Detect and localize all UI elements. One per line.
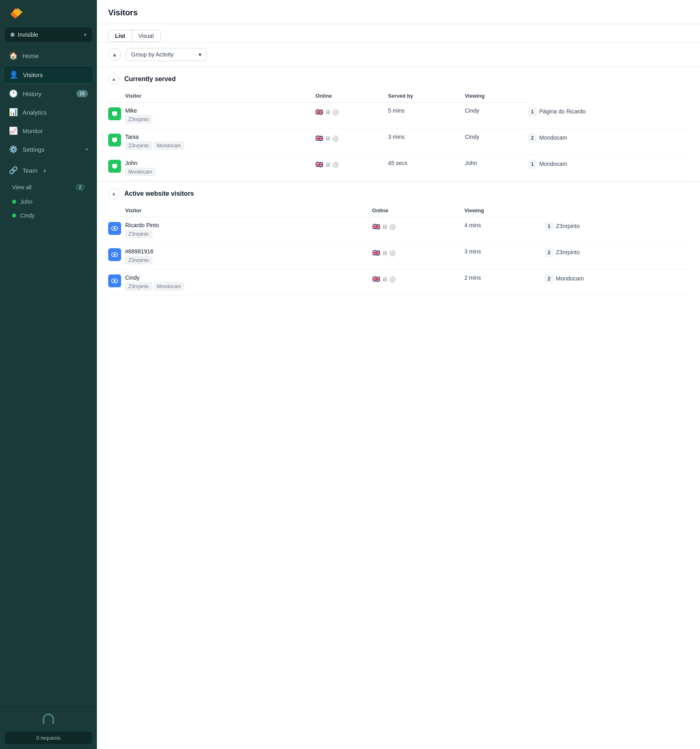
- visitor-flags: 🇬🇧🖥⚪: [372, 222, 460, 230]
- view-count-badge: 2: [545, 248, 553, 257]
- visitor-tag: Z3nrpinto: [125, 142, 152, 150]
- col-viewing: Viewing: [465, 90, 528, 103]
- status-circle: ⚪: [332, 109, 339, 115]
- col-served-by: Served by: [388, 90, 465, 103]
- nav-label: History: [23, 90, 71, 97]
- sidebar-item-home[interactable]: 🏠Home: [3, 47, 94, 65]
- visitor-icon: [108, 160, 121, 173]
- table-row: #68981916Z3nrpinto🇬🇧🖥⚪3 mins2Z3nrpinto: [108, 243, 689, 270]
- chevron-down-icon: ▾: [86, 146, 88, 152]
- visitor-flags: 🇬🇧🖥⚪: [372, 274, 460, 283]
- tab-list[interactable]: List: [108, 30, 132, 42]
- status-circle: ⚪: [389, 250, 396, 256]
- visitor-tag: Mondocam: [154, 142, 184, 150]
- logo: [0, 0, 97, 27]
- col-viewing: Viewing: [464, 204, 545, 217]
- section-title: Currently served: [124, 75, 176, 83]
- sidebar-item-settings[interactable]: ⚙️Settings▾: [3, 140, 94, 158]
- svg-point-10: [114, 280, 116, 282]
- viewing: 2Mondocam: [545, 270, 689, 296]
- served-by: Cindy: [465, 129, 528, 155]
- monitor-icon: 📈: [9, 126, 18, 135]
- viewing: 1Z3nrpinto: [545, 217, 689, 243]
- visitor-name: Ricardo Pinto: [125, 222, 159, 228]
- svg-point-8: [114, 254, 116, 256]
- visitor-name: Cindy: [125, 274, 184, 281]
- viewing: 2Mondocam: [528, 129, 689, 155]
- col-visitor: Visitor: [108, 204, 372, 217]
- view-count-badge: 1: [528, 160, 537, 169]
- svg-point-6: [114, 228, 116, 230]
- team-icon: 🔗: [9, 166, 18, 175]
- status-circle: ⚪: [389, 224, 396, 230]
- team-member-john[interactable]: John: [6, 195, 90, 208]
- visitor-flags: 🇬🇧🖥⚪: [372, 248, 460, 257]
- view-all-item[interactable]: View all 2: [6, 180, 90, 195]
- group-by-select[interactable]: Group by Activity ▾: [126, 48, 207, 61]
- group-by-label: Group by Activity: [131, 51, 174, 58]
- served-by: John: [465, 155, 528, 181]
- visitor-icon: [108, 107, 121, 120]
- svg-rect-4: [112, 164, 117, 168]
- online-time: 45 secs: [388, 155, 465, 181]
- flag-icon: 🇬🇧: [315, 108, 323, 116]
- section-collapse-button[interactable]: ▲: [108, 188, 119, 199]
- sidebar-item-monitor[interactable]: 📈Monitor: [3, 122, 94, 140]
- status-circle: ⚪: [389, 276, 396, 282]
- nav-label: Visitors: [23, 71, 88, 78]
- visitor-icon: [108, 222, 121, 235]
- visitor-flags: 🇬🇧🖥⚪: [315, 107, 383, 116]
- visitor-icon: [108, 274, 121, 287]
- toolbar: ▲ Group by Activity ▾: [97, 42, 700, 67]
- device-icon: 🖥: [325, 135, 331, 142]
- collapse-button[interactable]: ▲: [108, 48, 121, 61]
- chevron-down-icon: ▾: [199, 51, 201, 58]
- visitor-icon: [108, 248, 121, 261]
- status-circle: ⚪: [332, 135, 339, 142]
- online-time: 3 mins: [464, 243, 545, 270]
- flag-icon: 🇬🇧: [372, 249, 380, 257]
- device-icon: 🖥: [381, 223, 388, 230]
- visitor-flags: 🇬🇧🖥⚪: [315, 160, 383, 168]
- view-count-badge: 2: [545, 274, 553, 283]
- nav-label: Monitor: [23, 128, 88, 134]
- online-indicator: [12, 200, 16, 204]
- sidebar: Invisible ▾ 🏠Home👤Visitors🕐History15📊Ana…: [0, 0, 97, 749]
- viewing: 2Z3nrpinto: [545, 243, 689, 270]
- active-visitors-table: Visitor Online Viewing Ricardo PintoZ3nr…: [108, 204, 689, 296]
- visitor-name: John: [125, 160, 155, 166]
- team-member-name: Cindy: [20, 212, 35, 219]
- team-header[interactable]: 🔗 Team ▲: [3, 161, 94, 179]
- status-selector[interactable]: Invisible ▾: [5, 27, 92, 42]
- chevron-up-icon: ▲: [42, 167, 47, 173]
- requests-button[interactable]: 0 requests: [5, 732, 92, 744]
- chevron-down-icon: ▾: [84, 32, 86, 38]
- status-circle: ⚪: [332, 161, 339, 168]
- page-title: Visitors: [108, 8, 689, 17]
- device-icon: 🖥: [381, 249, 388, 256]
- team-member-cindy[interactable]: Cindy: [6, 209, 90, 222]
- view-all-badge: 2: [75, 184, 85, 191]
- flag-icon: 🇬🇧: [315, 134, 323, 142]
- currently-served-table: Visitor Online Served by Viewing MikeZ3n…: [108, 90, 689, 181]
- team-label: Team: [23, 167, 38, 174]
- view-all-label: View all: [12, 184, 71, 190]
- sidebar-item-visitors[interactable]: 👤Visitors: [3, 65, 94, 84]
- home-icon: 🏠: [9, 51, 18, 60]
- flag-icon: 🇬🇧: [372, 275, 380, 283]
- tab-visual[interactable]: Visual: [132, 30, 161, 42]
- analytics-icon: 📊: [9, 108, 18, 117]
- sidebar-item-analytics[interactable]: 📊Analytics: [3, 103, 94, 121]
- online-time: 5 mins: [388, 103, 465, 129]
- active-visitors-section: ▲ Active website visitors Visitor Online…: [97, 182, 700, 296]
- section-collapse-button[interactable]: ▲: [108, 73, 119, 85]
- sidebar-item-history[interactable]: 🕐History15: [3, 85, 94, 103]
- svg-rect-3: [112, 138, 117, 142]
- main-content: Visitors List Visual ▲ Group by Activity…: [97, 0, 700, 749]
- team-sub-list: View all 2 John Cindy: [3, 179, 94, 223]
- visitor-tag: Z3nrpinto: [125, 256, 152, 264]
- history-icon: 🕐: [9, 89, 18, 98]
- viewing: 1Mondocam: [528, 155, 689, 181]
- col-online: Online: [315, 90, 388, 103]
- nav-badge: 15: [76, 90, 88, 97]
